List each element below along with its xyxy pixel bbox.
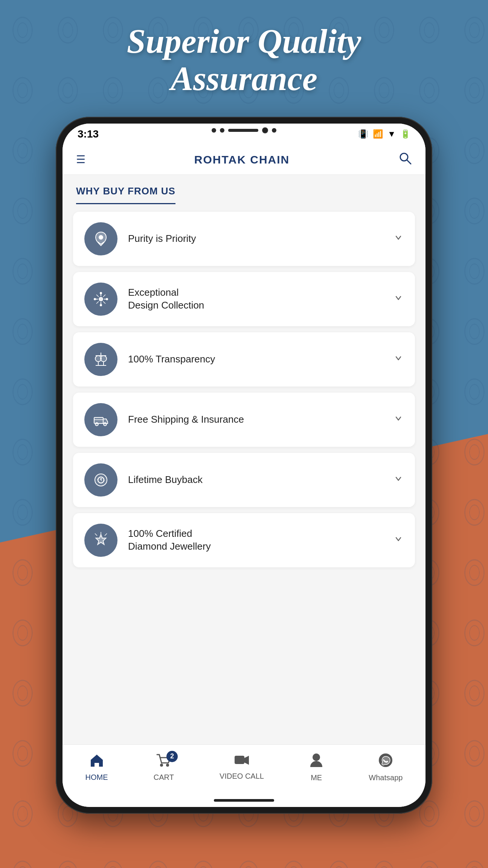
cart-label: CART: [154, 773, 174, 782]
gesture-line: [214, 799, 274, 802]
svg-point-3: [99, 297, 103, 301]
section-header: WHY BUY FROM US: [63, 175, 425, 204]
phone-sensor-2: [220, 128, 224, 133]
feature-buyback[interactable]: ₹ Lifetime Buyback: [73, 453, 415, 507]
svg-point-37: [166, 764, 169, 767]
feature-certified[interactable]: 100% Certified Diamond Jewellery: [73, 513, 415, 567]
svg-point-8: [100, 292, 102, 294]
buyback-chevron: [393, 474, 404, 487]
heading-line1: Superior Quality: [127, 23, 361, 60]
svg-text:₹: ₹: [100, 478, 102, 482]
svg-point-25: [104, 423, 107, 426]
page-heading: Superior Quality Assurance: [0, 23, 488, 97]
transparency-label: 100% Transparency: [128, 353, 383, 366]
whatsapp-label: Whatsapp: [369, 773, 403, 782]
svg-rect-38: [235, 756, 244, 764]
phone-top-bar: [188, 128, 300, 133]
nav-me[interactable]: ME: [310, 753, 323, 782]
home-icon: [89, 753, 104, 771]
status-time: 3:13: [78, 128, 99, 140]
app-title: ROHTAK CHAIN: [194, 153, 290, 166]
svg-point-11: [106, 298, 108, 300]
home-label: HOME: [85, 773, 108, 782]
cart-badge: 2: [166, 751, 178, 762]
phone-speaker: [228, 129, 258, 132]
app-header: ☰ ROHTAK CHAIN: [63, 145, 425, 175]
svg-line-12: [96, 295, 99, 297]
certified-chevron: [393, 534, 404, 547]
battery-icon: 🔋: [400, 129, 410, 139]
certified-icon-circle: [84, 524, 117, 557]
nav-whatsapp[interactable]: Whatsapp: [369, 753, 403, 782]
video-call-icon: [234, 754, 250, 770]
buyback-label: Lifetime Buyback: [128, 474, 383, 486]
phone-sensor: [212, 128, 216, 133]
svg-line-15: [96, 301, 99, 304]
phone-camera: [262, 127, 268, 133]
svg-point-24: [95, 423, 98, 426]
svg-line-1: [407, 160, 411, 164]
video-call-label: VIDEO CALL: [220, 772, 264, 781]
me-label: ME: [311, 773, 322, 782]
nav-video-call[interactable]: VIDEO CALL: [220, 754, 264, 781]
shipping-icon-circle: [84, 403, 117, 436]
svg-point-36: [160, 764, 163, 767]
design-icon-circle: [84, 283, 117, 316]
section-title: WHY BUY FROM US: [76, 185, 175, 204]
svg-rect-23: [94, 417, 103, 423]
svg-line-14: [103, 295, 105, 297]
gesture-bar: [63, 793, 425, 807]
me-icon: [310, 753, 323, 771]
feature-transparency[interactable]: 100% Transparency: [73, 332, 415, 387]
svg-line-35: [95, 533, 97, 536]
purity-chevron: [393, 232, 404, 246]
nav-cart[interactable]: 2 CART: [154, 753, 174, 782]
vibrate-icon: 📳: [358, 129, 368, 139]
feature-design[interactable]: Exceptional Design Collection: [73, 272, 415, 326]
phone-device: 3:13 📳 📶 ▼ 🔋 ☰ ROHTAK CHAIN: [56, 117, 432, 814]
svg-point-2: [99, 235, 103, 240]
certified-label: 100% Certified Diamond Jewellery: [128, 527, 383, 553]
feature-purity[interactable]: Purity is Priority: [73, 212, 415, 266]
svg-point-10: [94, 298, 96, 300]
bottom-nav: HOME 2 CART: [63, 744, 425, 793]
phone-sensor-3: [272, 128, 276, 133]
svg-line-34: [105, 533, 107, 536]
svg-point-39: [313, 753, 320, 761]
transparency-icon-circle: [84, 343, 117, 376]
content-area: Purity is Priority: [63, 204, 425, 744]
signal-icon: 📶: [373, 129, 383, 139]
search-icon[interactable]: [398, 151, 412, 168]
svg-point-9: [100, 304, 102, 306]
svg-point-19: [101, 356, 107, 362]
svg-line-13: [103, 301, 105, 304]
phone-screen: 3:13 📳 📶 ▼ 🔋 ☰ ROHTAK CHAIN: [63, 124, 425, 807]
status-icons: 📳 📶 ▼ 🔋: [358, 129, 410, 139]
menu-icon[interactable]: ☰: [76, 153, 85, 166]
phone-outer: 3:13 📳 📶 ▼ 🔋 ☰ ROHTAK CHAIN: [56, 117, 432, 814]
shipping-label: Free Shipping & Insurance: [128, 413, 383, 426]
status-bar: 3:13 📳 📶 ▼ 🔋: [63, 124, 425, 145]
whatsapp-icon: [378, 753, 393, 771]
purity-icon-circle: [84, 222, 117, 255]
feature-shipping[interactable]: Free Shipping & Insurance: [73, 393, 415, 447]
buyback-icon-circle: ₹: [84, 463, 117, 497]
heading-line2: Assurance: [171, 60, 317, 97]
shipping-chevron: [393, 413, 404, 426]
transparency-chevron: [393, 353, 404, 366]
purity-label: Purity is Priority: [128, 232, 383, 245]
design-chevron: [393, 293, 404, 306]
wifi-icon: ▼: [387, 129, 396, 139]
nav-home[interactable]: HOME: [85, 753, 108, 782]
design-label: Exceptional Design Collection: [128, 286, 383, 312]
